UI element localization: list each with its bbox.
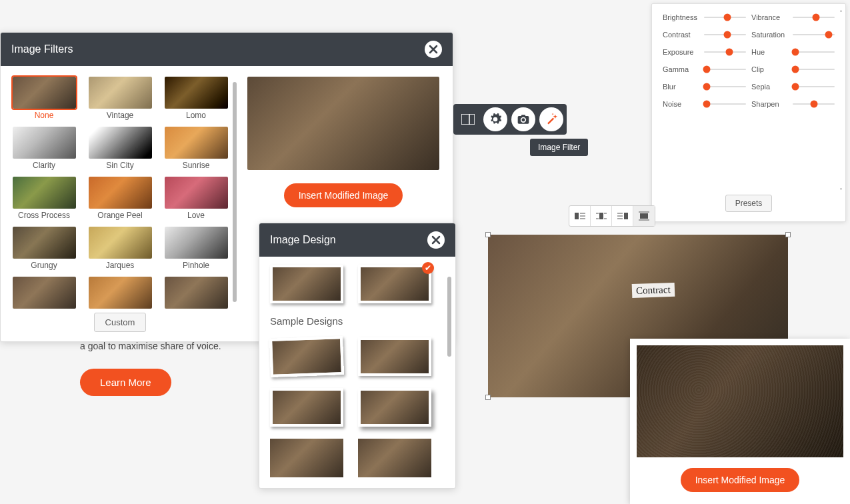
slider-track[interactable]: [793, 86, 835, 87]
filter-option-lomo[interactable]: Lomo: [162, 77, 230, 124]
close-icon[interactable]: [427, 231, 445, 249]
slider-track[interactable]: [793, 69, 835, 70]
slider-thumb[interactable]: [791, 49, 799, 56]
filter-label: Sunrise: [162, 161, 230, 170]
slider-exposure: Exposure: [663, 48, 746, 56]
slider-thumb[interactable]: [703, 101, 710, 108]
filter-option-orange-peel[interactable]: Orange Peel: [86, 177, 154, 224]
align-justify-icon[interactable]: [633, 206, 655, 226]
slider-vibrance: Vibrance: [751, 13, 835, 21]
filters-grid: NoneVintageLomoClaritySin CitySunriseCro…: [10, 77, 230, 309]
slider-track[interactable]: [704, 17, 746, 18]
filter-option-partial[interactable]: [162, 277, 230, 309]
slider-label: Exposure: [663, 48, 700, 56]
slider-label: Clip: [751, 65, 789, 73]
filter-thumb: [13, 127, 76, 159]
filter-label: Vintage: [86, 111, 154, 120]
filter-option-pinhole[interactable]: Pinhole: [162, 227, 230, 274]
custom-filter-button[interactable]: Custom: [94, 313, 147, 332]
slider-track[interactable]: [793, 34, 835, 35]
slider-track[interactable]: [793, 51, 835, 53]
design-scrollbar[interactable]: [447, 277, 451, 357]
sample-design[interactable]: [270, 388, 343, 427]
filter-thumb: [13, 227, 76, 259]
slider-thumb[interactable]: [810, 101, 817, 108]
slider-thumb[interactable]: [791, 66, 799, 73]
sample-design[interactable]: [358, 388, 431, 427]
image-filter-tooltip: Image Filter: [530, 139, 588, 156]
slider-label: Vibrance: [751, 13, 789, 21]
align-center-icon[interactable]: [591, 206, 612, 226]
slider-thumb[interactable]: [812, 14, 819, 21]
filters-title: Image Filters: [11, 43, 73, 55]
slider-label: Noise: [663, 100, 700, 108]
filter-option-none[interactable]: None: [10, 77, 78, 124]
filter-option-grungy[interactable]: Grungy: [10, 227, 78, 274]
gear-icon[interactable]: [483, 107, 507, 131]
filter-option-partial[interactable]: [86, 277, 154, 309]
sample-designs-heading: Sample Designs: [270, 315, 445, 327]
design-title: Image Design: [270, 234, 336, 246]
filter-label: None: [10, 111, 78, 120]
filter-option-cross-process[interactable]: Cross Process: [10, 177, 78, 224]
design-panel-header: Image Design: [259, 223, 455, 257]
slider-label: Saturation: [751, 31, 789, 39]
chevron-down-icon[interactable]: ˅: [839, 187, 843, 195]
align-toolbar: [569, 205, 655, 227]
filter-thumb: [89, 227, 152, 259]
slider-track[interactable]: [793, 17, 835, 18]
resize-handle-tl[interactable]: [485, 232, 491, 237]
sample-design[interactable]: [270, 439, 343, 477]
slider-track[interactable]: [704, 103, 746, 105]
slider-track[interactable]: [704, 86, 746, 87]
slider-track[interactable]: [704, 69, 746, 70]
adjustments-panel: BrightnessVibranceContrastSaturationExpo…: [651, 3, 846, 222]
slider-thumb[interactable]: [703, 66, 710, 73]
magic-wand-icon[interactable]: [539, 107, 563, 131]
slider-clip: Clip: [751, 65, 835, 73]
slider-thumb[interactable]: [725, 49, 733, 56]
insert-modified-button[interactable]: Insert Modified Image: [681, 468, 800, 492]
filter-label: Jarques: [86, 261, 154, 270]
filter-option-partial[interactable]: [10, 277, 78, 309]
learn-more-button[interactable]: Learn More: [80, 369, 171, 396]
filter-option-sunrise[interactable]: Sunrise: [162, 127, 230, 174]
close-icon[interactable]: [425, 41, 442, 58]
filters-scrollbar[interactable]: [233, 82, 237, 302]
slider-noise: Noise: [663, 100, 746, 108]
filter-thumb: [13, 177, 76, 209]
filter-option-jarques[interactable]: Jarques: [86, 227, 154, 274]
slider-thumb[interactable]: [703, 83, 710, 91]
sample-design[interactable]: [358, 337, 431, 376]
slider-thumb[interactable]: [825, 31, 832, 39]
presets-button[interactable]: Presets: [725, 195, 773, 212]
slider-track[interactable]: [704, 34, 746, 35]
chevron-up-icon[interactable]: ˄: [839, 9, 843, 17]
resize-handle-bl[interactable]: [485, 395, 491, 400]
filter-option-love[interactable]: Love: [162, 177, 230, 224]
align-right-icon[interactable]: [612, 206, 633, 226]
design-option-selected[interactable]: [358, 265, 431, 303]
image-design-panel: Image Design Sample Designs: [259, 223, 456, 489]
camera-icon[interactable]: [511, 107, 535, 131]
sample-design[interactable]: [358, 439, 431, 477]
slider-thumb[interactable]: [723, 31, 731, 39]
filter-option-clarity[interactable]: Clarity: [10, 127, 78, 174]
slider-track[interactable]: [704, 51, 746, 53]
slider-thumb[interactable]: [791, 83, 799, 91]
filter-option-sin-city[interactable]: Sin City: [86, 127, 154, 174]
slider-brightness: Brightness: [663, 13, 746, 21]
sample-design[interactable]: [269, 336, 344, 377]
insert-modified-button[interactable]: Insert Modified Image: [284, 183, 403, 207]
filter-label: Sin City: [86, 161, 154, 170]
resize-handle-tr[interactable]: [785, 232, 791, 237]
align-left-icon[interactable]: [569, 206, 591, 226]
slider-label: Sepia: [751, 83, 789, 91]
layout-icon[interactable]: [457, 107, 479, 131]
filter-label: Love: [162, 211, 230, 220]
slider-track[interactable]: [793, 103, 835, 105]
filter-option-vintage[interactable]: Vintage: [86, 77, 154, 124]
slider-thumb[interactable]: [723, 14, 731, 21]
design-option[interactable]: [270, 265, 343, 303]
filter-thumb: [13, 77, 76, 109]
